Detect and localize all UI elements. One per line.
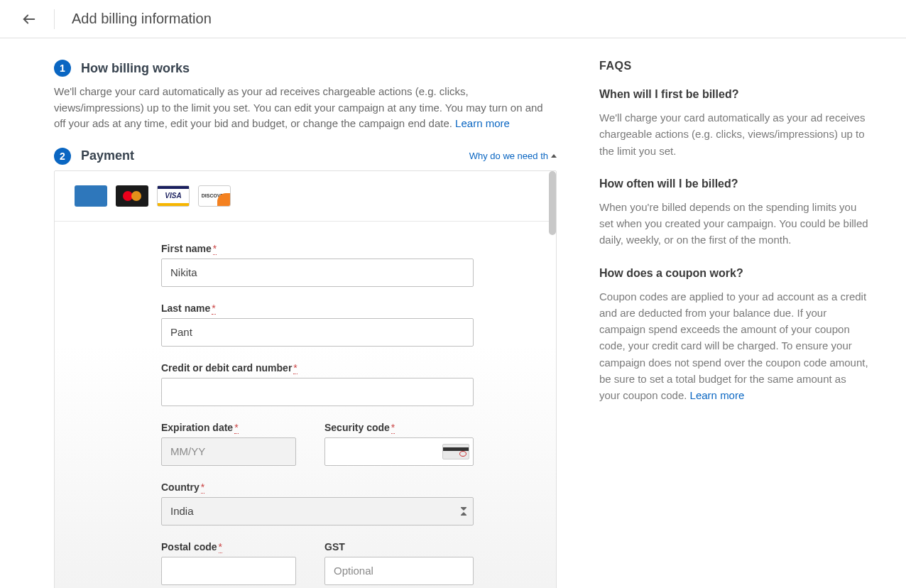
last-name-label-text: Last name	[161, 303, 210, 314]
faq-item: How often will I be billed? When you're …	[599, 178, 869, 249]
payment-title: Payment	[81, 148, 134, 163]
faq-answer: When you're billed depends on the spendi…	[599, 199, 869, 249]
faq-learn-more-link[interactable]: Learn more	[690, 389, 745, 401]
last-name-label: Last name*	[161, 303, 536, 314]
faq-question: How does a coupon work?	[599, 267, 869, 280]
payment-panel: VISA DISCOVER First name* Last name* Cre…	[54, 170, 557, 589]
step-badge-1: 1	[54, 60, 71, 77]
faqs-heading: FAQS	[599, 60, 869, 72]
payment-section: 2 Payment Why do we need th VISA DISCOVE…	[54, 148, 557, 589]
mastercard-icon	[116, 185, 148, 207]
page-title: Add billing information	[72, 11, 212, 27]
security-code-label: Security code*	[324, 422, 481, 433]
security-code-label-text: Security code	[324, 422, 390, 433]
why-need-this-link[interactable]: Why do we need th	[469, 151, 557, 161]
faq-item: How does a coupon work? Coupon codes are…	[599, 267, 869, 404]
card-number-input[interactable]	[161, 378, 474, 406]
expiration-label-text: Expiration date	[161, 422, 233, 433]
amex-card-icon	[75, 185, 107, 207]
payment-form: First name* Last name* Credit or debit c…	[55, 222, 556, 589]
faq-answer-text: Coupon codes are applied to your ad acco…	[599, 290, 868, 402]
learn-more-link[interactable]: Learn more	[455, 117, 510, 129]
cvv-card-icon	[442, 444, 469, 459]
card-number-label-text: Credit or debit card number	[161, 362, 292, 374]
first-name-label: First name*	[161, 243, 536, 254]
chevron-up-icon	[551, 154, 557, 158]
country-select[interactable]: India	[161, 497, 474, 526]
postal-code-label: Postal code*	[161, 541, 303, 552]
country-label-text: Country	[161, 481, 200, 493]
how-billing-section: 1 How billing works We'll charge your ca…	[54, 60, 557, 132]
back-button[interactable]	[17, 7, 41, 31]
scrollbar-thumb[interactable]	[549, 171, 556, 235]
faqs-sidebar: FAQS When will I first be billed? We'll …	[582, 38, 906, 588]
gst-input[interactable]	[324, 557, 474, 585]
expiration-label: Expiration date*	[161, 422, 303, 433]
discover-card-icon: DISCOVER	[198, 185, 231, 207]
how-billing-title: How billing works	[81, 61, 190, 76]
expiration-input[interactable]	[161, 437, 296, 466]
postal-code-label-text: Postal code	[161, 541, 217, 552]
first-name-label-text: First name	[161, 243, 212, 254]
arrow-left-icon	[21, 11, 37, 27]
header-divider	[54, 9, 55, 29]
faq-question: When will I first be billed?	[599, 88, 869, 101]
country-label: Country*	[161, 481, 536, 493]
faq-item: When will I first be billed? We'll charg…	[599, 88, 869, 159]
main-content: 1 How billing works We'll charge your ca…	[0, 38, 582, 588]
faq-answer: Coupon codes are applied to your ad acco…	[599, 288, 869, 404]
step-badge-2: 2	[54, 148, 71, 165]
gst-label: GST	[324, 541, 481, 552]
first-name-input[interactable]	[161, 258, 474, 287]
last-name-input[interactable]	[161, 318, 474, 347]
faq-question: How often will I be billed?	[599, 178, 869, 190]
accepted-cards-row: VISA DISCOVER	[55, 171, 556, 222]
how-billing-body: We'll charge your card automatically as …	[54, 84, 557, 132]
card-number-label: Credit or debit card number*	[161, 362, 536, 374]
faq-answer: We'll charge your card automatically as …	[599, 109, 869, 159]
visa-card-icon: VISA	[157, 185, 190, 207]
page-header: Add billing information	[0, 0, 906, 38]
why-need-this-text: Why do we need th	[469, 151, 548, 161]
postal-code-input[interactable]	[161, 557, 296, 585]
